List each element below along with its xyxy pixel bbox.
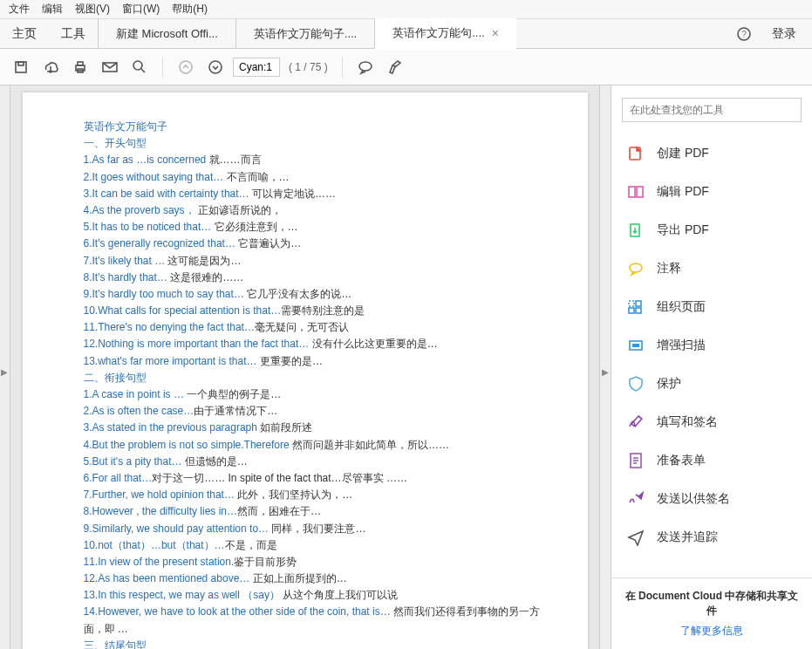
toolbar: ( 1 / 75 ) [0, 49, 812, 85]
page-input[interactable] [233, 58, 280, 77]
menu-帮助(H)[interactable]: 帮助(H) [172, 2, 208, 17]
scan-icon [627, 337, 645, 354]
cloud-icon[interactable] [38, 55, 63, 79]
track-icon [627, 529, 645, 546]
tool-item[interactable]: 创建 PDF [611, 134, 812, 173]
svg-rect-2 [16, 62, 26, 72]
svg-point-9 [180, 61, 192, 73]
document-viewport[interactable]: 英语作文万能句子一、开头句型1.As far as …is concerned … [10, 85, 599, 649]
export-icon [627, 222, 645, 239]
tool-item[interactable]: 准备表单 [611, 441, 812, 480]
svg-point-10 [209, 61, 222, 73]
close-icon[interactable]: × [492, 26, 499, 40]
svg-point-8 [133, 61, 142, 70]
tool-item[interactable]: 组织页面 [611, 288, 812, 326]
svg-rect-18 [636, 301, 641, 306]
cloud-promo: 在 Document Cloud 中存储和共享文件 了解更多信息 [611, 577, 812, 649]
tool-label: 组织页面 [657, 299, 706, 315]
comment-tool-icon[interactable] [353, 55, 378, 79]
svg-rect-20 [636, 308, 641, 313]
cloud-promo-text: 在 Document Cloud 中存储和共享文件 [620, 589, 803, 618]
page-down-icon[interactable] [203, 55, 228, 79]
mail-icon[interactable] [98, 55, 122, 79]
highlight-tool-icon[interactable] [383, 55, 407, 79]
print-icon[interactable] [68, 55, 92, 79]
tool-label: 准备表单 [657, 453, 706, 468]
main-tab[interactable]: 主页 [0, 19, 49, 49]
document-tab[interactable]: 英语作文万能句....× [374, 18, 516, 50]
tab-label: 新建 Microsoft Offi... [116, 26, 218, 42]
main-tab[interactable]: 工具 [49, 19, 98, 49]
chevron-right-icon: ▶ [602, 367, 609, 377]
document-tab[interactable]: 新建 Microsoft Offi... [98, 18, 235, 49]
login-link[interactable]: 登录 [772, 26, 796, 42]
tab-bar: 主页工具 新建 Microsoft Offi...英语作文万能句子....英语作… [0, 19, 812, 49]
comment-icon [627, 260, 645, 277]
tools-panel: 创建 PDF编辑 PDF导出 PDF注释组织页面增强扫描保护填写和签名准备表单发… [611, 85, 812, 649]
tool-item[interactable]: 填写和签名 [611, 403, 812, 441]
tool-label: 增强扫描 [657, 338, 706, 353]
tab-label: 英语作文万能句子.... [254, 26, 357, 42]
tool-label: 发送并追踪 [657, 529, 718, 545]
search-icon[interactable] [127, 55, 152, 79]
cloud-learn-more-link[interactable]: 了解更多信息 [620, 624, 803, 639]
help-icon[interactable]: ? [732, 22, 756, 46]
tool-label: 导出 PDF [657, 222, 709, 238]
tool-item[interactable]: 注释 [611, 249, 812, 288]
menu-编辑[interactable]: 编辑 [42, 2, 63, 17]
menu-窗口(W)[interactable]: 窗口(W) [122, 2, 160, 17]
svg-point-16 [630, 263, 642, 272]
tool-item[interactable]: 导出 PDF [611, 211, 812, 249]
page-count: ( 1 / 75 ) [285, 61, 331, 73]
menubar: 文件编辑视图(V)窗口(W)帮助(H) [0, 0, 812, 19]
left-panel-collapsed[interactable]: ▶ [0, 85, 10, 649]
tool-item[interactable]: 编辑 PDF [611, 173, 812, 211]
menu-文件[interactable]: 文件 [9, 2, 30, 17]
shield-icon [627, 375, 645, 393]
svg-rect-5 [78, 62, 83, 65]
form-icon [627, 452, 645, 469]
save-icon[interactable] [9, 55, 33, 79]
tool-label: 填写和签名 [657, 414, 718, 430]
menu-视图(V)[interactable]: 视图(V) [75, 2, 110, 17]
send-sign-icon [627, 490, 645, 508]
tool-item[interactable]: 增强扫描 [611, 326, 812, 365]
tool-search-input[interactable] [622, 98, 802, 122]
sign-icon [627, 413, 645, 431]
tool-label: 发送以供签名 [657, 491, 730, 507]
svg-rect-17 [629, 301, 634, 306]
svg-point-11 [359, 62, 372, 71]
svg-rect-3 [18, 62, 24, 65]
tool-label: 保护 [657, 376, 681, 392]
svg-rect-19 [629, 308, 634, 313]
document-tab[interactable]: 英语作文万能句子.... [235, 18, 374, 49]
svg-text:?: ? [741, 30, 747, 39]
tool-item[interactable]: 保护 [611, 365, 812, 403]
create-icon [627, 145, 645, 162]
page-up-icon[interactable] [174, 55, 198, 79]
panel-divider[interactable]: ▶ [599, 85, 611, 649]
chevron-right-icon: ▶ [1, 367, 8, 377]
tool-label: 创建 PDF [657, 146, 709, 161]
svg-rect-22 [632, 344, 639, 347]
tool-label: 编辑 PDF [657, 184, 709, 200]
organize-icon [627, 298, 645, 316]
svg-rect-13 [629, 187, 635, 197]
tool-item[interactable]: 发送并追踪 [611, 518, 812, 557]
svg-rect-14 [637, 187, 643, 197]
tab-label: 英语作文万能句.... [392, 25, 484, 41]
tool-item[interactable]: 发送以供签名 [611, 480, 812, 518]
pdf-page: 英语作文万能句子一、开头句型1.As far as …is concerned … [23, 92, 588, 649]
tool-label: 注释 [657, 261, 681, 277]
edit-icon [627, 183, 645, 201]
